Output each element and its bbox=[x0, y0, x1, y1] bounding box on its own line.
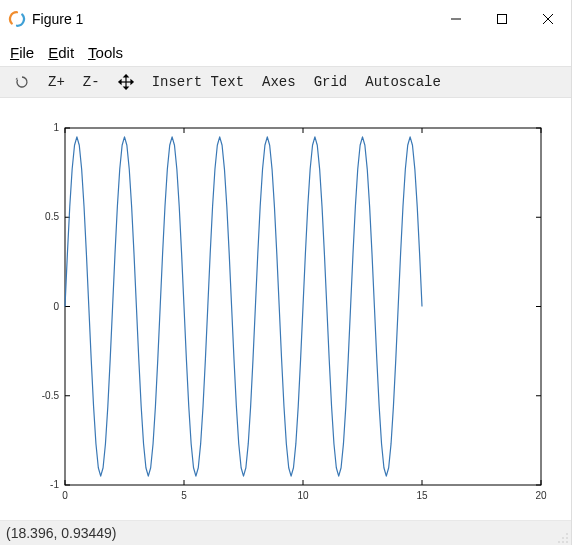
pan-icon bbox=[118, 74, 134, 90]
svg-marker-8 bbox=[124, 87, 128, 89]
menu-tools-rest: ools bbox=[96, 44, 124, 61]
maximize-button[interactable] bbox=[479, 0, 525, 38]
svg-text:20: 20 bbox=[535, 490, 547, 501]
cursor-coords: (18.396, 0.93449) bbox=[6, 525, 117, 541]
rotate-button[interactable] bbox=[6, 72, 38, 92]
insert-text-button[interactable]: Insert Text bbox=[144, 72, 252, 92]
zoom-out-button[interactable]: Z- bbox=[75, 72, 108, 92]
svg-text:-0.5: -0.5 bbox=[42, 390, 60, 401]
window-title: Figure 1 bbox=[32, 11, 83, 27]
menu-file-rest: ile bbox=[19, 44, 34, 61]
svg-point-46 bbox=[562, 541, 564, 543]
close-button[interactable] bbox=[525, 0, 571, 38]
svg-point-47 bbox=[558, 541, 560, 543]
svg-text:5: 5 bbox=[181, 490, 187, 501]
resize-grip-icon[interactable] bbox=[557, 531, 569, 543]
svg-marker-4 bbox=[16, 78, 18, 80]
plot-canvas: 05101520-1-0.500.51 bbox=[0, 98, 571, 520]
zoom-in-button[interactable]: Z+ bbox=[40, 72, 73, 92]
svg-rect-1 bbox=[498, 15, 507, 24]
menu-file[interactable]: File bbox=[8, 42, 44, 63]
autoscale-button[interactable]: Autoscale bbox=[357, 72, 449, 92]
svg-point-44 bbox=[562, 537, 564, 539]
status-bar: (18.396, 0.93449) bbox=[0, 520, 571, 545]
toolbar: Z+ Z- Insert Text Axes Grid Autoscale bbox=[0, 66, 571, 98]
pan-button[interactable] bbox=[110, 72, 142, 92]
svg-point-45 bbox=[566, 541, 568, 543]
app-icon bbox=[8, 10, 26, 28]
menu-tools[interactable]: Tools bbox=[86, 42, 133, 63]
svg-text:0: 0 bbox=[62, 490, 68, 501]
svg-marker-10 bbox=[131, 80, 133, 84]
svg-marker-7 bbox=[124, 75, 128, 77]
menu-bar: File Edit Tools bbox=[0, 38, 571, 66]
grid-button[interactable]: Grid bbox=[306, 72, 356, 92]
svg-text:1: 1 bbox=[53, 122, 59, 133]
axes-button[interactable]: Axes bbox=[254, 72, 304, 92]
menu-edit-rest: dit bbox=[58, 44, 74, 61]
svg-point-43 bbox=[566, 537, 568, 539]
figure-window: Figure 1 File Edit Tools bbox=[0, 0, 572, 545]
rotate-icon bbox=[14, 74, 30, 90]
svg-text:-1: -1 bbox=[50, 479, 59, 490]
svg-marker-9 bbox=[118, 80, 120, 84]
minimize-button[interactable] bbox=[433, 0, 479, 38]
title-bar: Figure 1 bbox=[0, 0, 571, 38]
svg-text:0: 0 bbox=[53, 301, 59, 312]
svg-text:15: 15 bbox=[416, 490, 428, 501]
svg-text:0.5: 0.5 bbox=[45, 211, 59, 222]
svg-text:10: 10 bbox=[297, 490, 309, 501]
menu-edit[interactable]: Edit bbox=[46, 42, 84, 63]
plot-area[interactable]: 05101520-1-0.500.51 bbox=[0, 98, 571, 520]
svg-point-42 bbox=[566, 533, 568, 535]
